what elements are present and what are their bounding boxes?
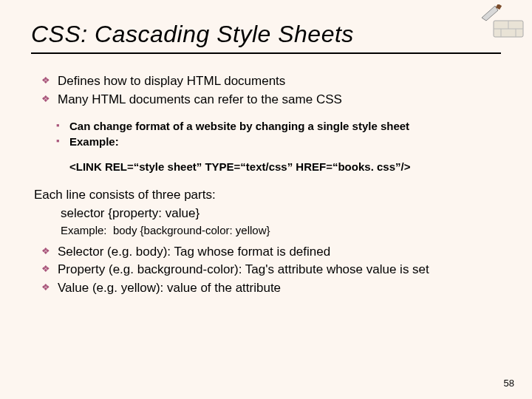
slide: CSS: Cascading Style Sheets Defines how …: [0, 0, 532, 399]
sub-bullet-continuation: <LINK REL=“style sheet” TYPE=“text/css” …: [31, 160, 501, 174]
example-label: Example:: [61, 224, 107, 236]
body-text: selector {property: value}: [31, 205, 501, 222]
sub-bullet-list: Can change format of a website by changi…: [31, 119, 501, 150]
bullet-item: Value (e.g. yellow): value of the attrib…: [41, 280, 501, 297]
bullet-item: Property (e.g. background-color): Tag's …: [41, 262, 501, 279]
slide-title: CSS: Cascading Style Sheets: [31, 21, 501, 54]
bullet-item: Selector (e.g. body): Tag whose format i…: [41, 244, 501, 261]
example-line: Example: body {background-color: yellow}: [31, 224, 501, 236]
bullet-item: Defines how to display HTML documents: [41, 73, 501, 90]
bullet-list-2: Selector (e.g. body): Tag whose format i…: [31, 244, 501, 298]
trowel-brick-icon: [480, 4, 525, 41]
svg-marker-0: [482, 6, 498, 21]
body-text: Each line consists of three parts:: [31, 187, 501, 204]
sub-bullet-item: Can change format of a website by changi…: [56, 119, 501, 134]
example-code: body {background-color: yellow}: [113, 224, 270, 236]
page-number: 58: [504, 378, 514, 389]
sub-bullet-item: Example:: [56, 134, 501, 149]
bullet-item: Many HTML documents can refer to the sam…: [41, 92, 501, 109]
bullet-list-1: Defines how to display HTML documents Ma…: [31, 73, 501, 109]
